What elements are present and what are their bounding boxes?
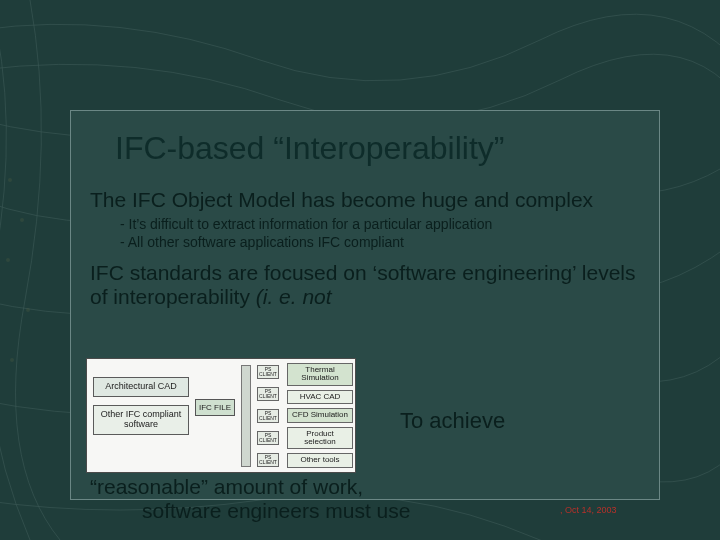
sub-bullet-2: - All other software applications IFC co…: [120, 234, 645, 252]
svg-point-2: [6, 258, 10, 262]
paragraph-2: IFC standards are focused on ‘software e…: [90, 261, 645, 309]
diagram-other-ifc: Other IFC compliant software: [93, 405, 189, 435]
svg-point-4: [10, 358, 14, 362]
to-achieve-text: To achieve: [400, 408, 505, 434]
diagram-other-tools: Other tools: [287, 453, 353, 467]
diagram-ps-client-2: PS CLIENT: [257, 387, 279, 401]
diagram-cfd: CFD Simulation: [287, 408, 353, 422]
diagram-arch-cad: Architectural CAD: [93, 377, 189, 397]
ifc-diagram: Architectural CAD Other IFC compliant so…: [86, 358, 356, 473]
diagram-hvac: HVAC CAD: [287, 390, 353, 404]
diagram-ps-client-3: PS CLIENT: [257, 409, 279, 423]
lower-line-1: “reasonable” amount of work,: [90, 475, 650, 499]
diagram-thermal: Thermal Simulation: [287, 363, 353, 386]
paragraph-2-italic: (i. e. not: [256, 285, 332, 308]
footer-date: , Oct 14, 2003: [560, 505, 617, 515]
lower-text: “reasonable” amount of work, software en…: [90, 475, 650, 523]
slide-title: IFC-based “Interoperability”: [115, 130, 504, 167]
diagram-product: Product selection: [287, 427, 353, 450]
svg-point-0: [8, 178, 12, 182]
diagram-vertical-band: [241, 365, 251, 467]
svg-point-3: [26, 308, 30, 312]
diagram-ps-client-4: PS CLIENT: [257, 431, 279, 445]
diagram-ifc-file: IFC FILE: [195, 399, 235, 416]
diagram-ps-client-5: PS CLIENT: [257, 453, 279, 467]
sub-bullet-1: - It’s difficult to extract information …: [120, 216, 645, 234]
paragraph-1: The IFC Object Model has become huge and…: [90, 188, 645, 212]
paragraph-2-main: IFC standards are focused on ‘software e…: [90, 261, 636, 308]
diagram-ps-client-1: PS CLIENT: [257, 365, 279, 379]
slide-body: The IFC Object Model has become huge and…: [90, 188, 645, 309]
svg-point-1: [20, 218, 24, 222]
sub-bullets: - It’s difficult to extract information …: [120, 216, 645, 251]
